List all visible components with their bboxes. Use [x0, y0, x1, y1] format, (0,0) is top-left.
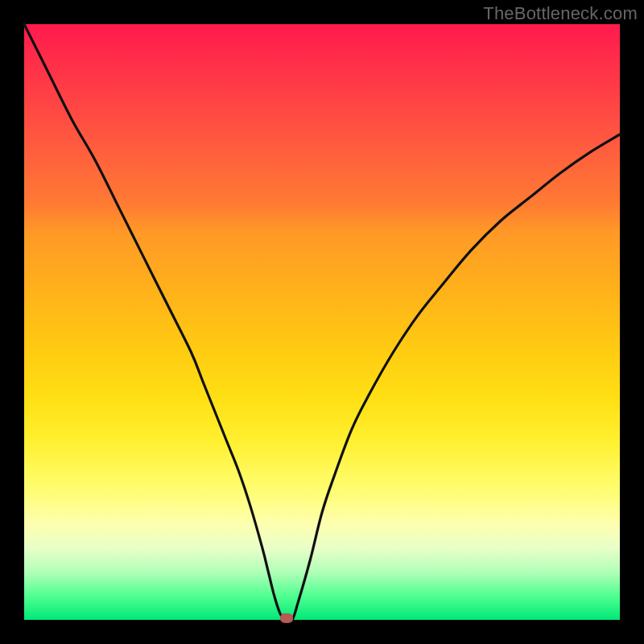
plot-area [24, 24, 620, 620]
bottleneck-curve [24, 24, 620, 621]
chart-frame: TheBottleneck.com [0, 0, 644, 644]
curve-svg [24, 24, 620, 620]
watermark-label: TheBottleneck.com [483, 3, 638, 24]
optimum-marker [280, 613, 293, 623]
